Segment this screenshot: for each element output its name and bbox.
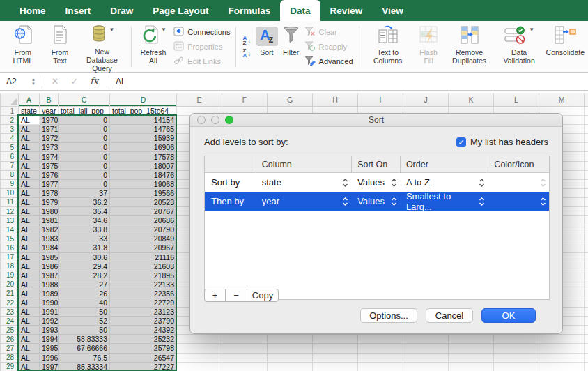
cell-C21[interactable]: 26 xyxy=(59,289,110,298)
cell-E29[interactable] xyxy=(177,362,222,371)
remove-duplicates-button[interactable]: Remove Duplicates xyxy=(444,22,494,72)
cell-C19[interactable]: 28.2 xyxy=(59,271,110,280)
cell-A4[interactable]: AL xyxy=(19,134,40,143)
cell-B26[interactable]: 1994 xyxy=(40,335,59,344)
cell-D5[interactable]: 16906 xyxy=(110,143,177,152)
column-header-I[interactable]: I xyxy=(358,93,403,107)
cell-D28[interactable]: 26547 xyxy=(110,353,177,362)
remove-level-button[interactable]: − xyxy=(225,289,247,302)
cell-A20[interactable]: AL xyxy=(19,280,40,289)
cell-B11[interactable]: 1979 xyxy=(40,197,59,206)
cell-D26[interactable]: 25232 xyxy=(110,335,177,344)
tab-page-layout[interactable]: Page Layout xyxy=(143,0,218,21)
cell-C11[interactable]: 36.2 xyxy=(59,197,110,206)
level-column-dropdown[interactable]: state xyxy=(256,173,351,192)
cell-M26[interactable] xyxy=(539,335,585,344)
cell-A18[interactable]: AL xyxy=(19,262,40,271)
cell-A5[interactable]: AL xyxy=(19,143,40,152)
connections-button[interactable]: Connections xyxy=(173,25,230,40)
cell-C27[interactable]: 67.66666 xyxy=(59,344,110,353)
copy-level-button[interactable]: Copy xyxy=(247,289,279,302)
column-header-J[interactable]: J xyxy=(403,93,449,107)
cell-M28[interactable] xyxy=(539,353,585,362)
name-box-stepper[interactable]: ▲▼ xyxy=(28,77,39,86)
cell-C1[interactable]: total_jail_pop xyxy=(59,107,110,116)
cell-B28[interactable]: 1996 xyxy=(40,353,59,362)
cell-A13[interactable]: AL xyxy=(19,216,40,225)
my-list-has-headers-checkbox[interactable]: ✓ My list has headers xyxy=(456,137,548,147)
cell-E27[interactable] xyxy=(177,344,222,353)
cell-A8[interactable]: AL xyxy=(19,170,40,179)
cell-C9[interactable]: 0 xyxy=(59,179,110,188)
cell-E26[interactable] xyxy=(177,335,222,344)
cell-A15[interactable]: AL xyxy=(19,234,40,243)
cell-D18[interactable]: 21603 xyxy=(110,262,177,271)
row-header-1[interactable]: 1 xyxy=(1,107,19,116)
cell-B18[interactable]: 1986 xyxy=(40,262,59,271)
cell-A27[interactable]: AL xyxy=(19,344,40,353)
cell-I28[interactable] xyxy=(358,353,403,362)
cell-F27[interactable] xyxy=(222,344,268,353)
cell-G28[interactable] xyxy=(268,353,313,362)
row-header-14[interactable]: 14 xyxy=(1,225,19,234)
tab-view[interactable]: View xyxy=(372,0,413,21)
row-header-22[interactable]: 22 xyxy=(1,298,19,307)
cell-D17[interactable]: 21116 xyxy=(110,252,177,262)
column-header-G[interactable]: G xyxy=(268,93,313,107)
cell-C3[interactable]: 0 xyxy=(59,125,110,134)
cell-C6[interactable]: 0 xyxy=(59,152,110,161)
cell-C17[interactable]: 30.6 xyxy=(59,252,110,262)
row-header-2[interactable]: 2 xyxy=(1,116,19,125)
stepper-icon[interactable] xyxy=(342,196,348,207)
cell-B12[interactable]: 1980 xyxy=(40,207,59,216)
row-header-26[interactable]: 26 xyxy=(1,335,19,344)
cell-C24[interactable]: 52 xyxy=(59,317,110,326)
cell-D2[interactable]: 14154 xyxy=(110,116,177,125)
level-sort-on-dropdown[interactable]: Values xyxy=(351,192,400,211)
cell-B10[interactable]: 1978 xyxy=(40,188,59,197)
cell-A22[interactable]: AL xyxy=(19,298,40,307)
cell-A1[interactable]: state xyxy=(19,107,40,116)
cell-B5[interactable]: 1973 xyxy=(40,143,59,152)
row-header-18[interactable]: 18 xyxy=(1,262,19,271)
filter-button[interactable]: Filter xyxy=(280,22,302,72)
data-validation-button[interactable]: ▼ Data Validation xyxy=(495,22,544,72)
stepper-icon[interactable] xyxy=(479,196,485,207)
dialog-title-bar[interactable]: Sort xyxy=(190,114,562,127)
row-header-27[interactable]: 27 xyxy=(1,344,19,353)
cell-F26[interactable] xyxy=(222,335,268,344)
cell-C26[interactable]: 58.83333 xyxy=(59,335,110,344)
stepper-icon[interactable] xyxy=(479,177,485,188)
cell-I26[interactable] xyxy=(358,335,403,344)
cell-L28[interactable] xyxy=(494,353,539,362)
cell-C4[interactable]: 0 xyxy=(59,134,110,143)
row-header-16[interactable]: 16 xyxy=(1,243,19,252)
column-header-C[interactable]: C xyxy=(59,93,110,107)
cell-B27[interactable]: 1995 xyxy=(40,344,59,353)
cell-K29[interactable] xyxy=(449,362,494,371)
cell-A14[interactable]: AL xyxy=(19,225,40,234)
cell-D25[interactable]: 24392 xyxy=(110,326,177,335)
cell-L26[interactable] xyxy=(494,335,539,344)
insert-function-icon[interactable]: fx xyxy=(84,76,104,86)
cell-H28[interactable] xyxy=(313,353,358,362)
cell-C13[interactable]: 34.6 xyxy=(59,216,110,225)
level-order-dropdown[interactable]: Smallest to Larg... xyxy=(400,192,488,211)
cell-D13[interactable]: 20686 xyxy=(110,216,177,225)
cell-A9[interactable]: AL xyxy=(19,179,40,188)
row-header-13[interactable]: 13 xyxy=(1,216,19,225)
cell-A16[interactable]: AL xyxy=(19,243,40,252)
cell-K27[interactable] xyxy=(449,344,494,353)
row-header-12[interactable]: 12 xyxy=(1,207,19,216)
cell-C14[interactable]: 33.8 xyxy=(59,225,110,234)
cell-J27[interactable] xyxy=(403,344,449,353)
column-header-K[interactable]: K xyxy=(449,93,494,107)
cell-B2[interactable]: 1970 xyxy=(40,116,59,125)
cell-B13[interactable]: 1981 xyxy=(40,216,59,225)
cell-D24[interactable]: 23790 xyxy=(110,317,177,326)
cell-C16[interactable]: 31.8 xyxy=(59,243,110,252)
cell-I27[interactable] xyxy=(358,344,403,353)
row-header-7[interactable]: 7 xyxy=(1,161,19,170)
cell-D10[interactable]: 19566 xyxy=(110,188,177,197)
from-text-button[interactable]: From Text xyxy=(43,22,77,72)
